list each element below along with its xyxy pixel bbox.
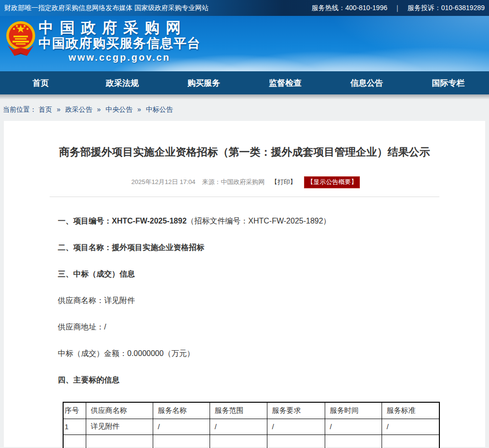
breadcrumb-item-home[interactable]: 首页: [39, 105, 52, 113]
breadcrumb-separator: »: [137, 105, 141, 113]
col-header-service-time: 服务时间: [325, 402, 382, 419]
project-number-bold: 一、项目编号：XHTC-FW-2025-1892: [58, 217, 186, 225]
supplier-address-line: 供应商地址：/: [58, 322, 439, 331]
cell-service-name: /: [153, 419, 210, 435]
breadcrumb-separator: »: [57, 105, 61, 113]
print-button[interactable]: 【打印】: [271, 178, 296, 185]
breadcrumb: 当前位置： 首页 » 政采公告 » 中央公告 » 中标公告: [0, 99, 489, 121]
nav-item-regulations[interactable]: 政采法规: [81, 71, 163, 94]
article-meta: 2025年12月12日 17:04 来源：中国政府采购网 【打印】 【显示公告概…: [4, 176, 485, 188]
breadcrumb-item-award-announcements[interactable]: 中标公告: [146, 105, 173, 113]
award-info-heading: 三、中标（成交）信息: [58, 269, 439, 278]
cell-supplier: [86, 435, 153, 448]
cell-serial: [63, 435, 86, 448]
service-complaint: 服务投诉：010-63819289: [408, 4, 485, 13]
project-name-line: 二、项目名称：援外项目实施企业资格招标: [58, 243, 439, 252]
site-name: 中国政府采购网: [39, 20, 200, 36]
cell-service-scope: [210, 435, 267, 448]
site-header-banner: 中国政府采购网 中国政府购买服务信息平台 www.ccgp.gov.cn: [0, 16, 489, 71]
cell-service-scope: /: [210, 419, 267, 435]
site-url: www.ccgp.gov.cn: [39, 52, 200, 63]
breadcrumb-item-central-announcements[interactable]: 中央公告: [106, 105, 132, 113]
col-header-service-standard: 服务标准: [382, 402, 439, 419]
page-title: 商务部援外项目实施企业资格招标（第一类：援外成套项目管理企业）结果公示: [23, 121, 466, 159]
table-row: [63, 435, 439, 448]
cell-service-time: [325, 435, 382, 448]
cell-service-standard: [382, 435, 439, 448]
cell-service-time: /: [325, 419, 382, 435]
col-header-serial: 序号: [63, 402, 86, 419]
nav-shadow-divider: [0, 94, 489, 99]
cell-supplier: 详见附件: [86, 419, 153, 435]
cell-service-standard: /: [382, 419, 439, 435]
site-slogan: 财政部唯一指定政府采购信息网络发布媒体 国家级政府采购专业网站: [4, 4, 209, 13]
main-navigation: 首页 政采法规 购买服务 监督检查 信息公告 国际专栏: [0, 71, 489, 94]
col-header-service-name: 服务名称: [153, 402, 210, 419]
supplier-name-line: 供应商名称：详见附件: [58, 296, 439, 305]
cell-service-requirement: /: [267, 419, 325, 435]
publish-datetime: 2025年12月12日 17:04: [132, 178, 196, 185]
nav-item-home[interactable]: 首页: [0, 71, 81, 94]
col-header-service-scope: 服务范围: [210, 402, 267, 419]
nav-item-international[interactable]: 国际专栏: [408, 71, 489, 94]
article-source: 来源：中国政府采购网: [202, 178, 264, 185]
nav-item-purchase-services[interactable]: 购买服务: [163, 71, 244, 94]
cell-service-requirement: [267, 435, 325, 448]
bid-doc-number: （招标文件编号：XHTC-FW-2025-1892）: [186, 217, 330, 225]
award-detail-table: 序号 供应商名称 服务名称 服务范围 服务要求 服务时间 服务标准 1 详见附件…: [63, 402, 440, 448]
article-content: 商务部援外项目实施企业资格招标（第一类：援外成套项目管理企业）结果公示 2025…: [4, 121, 485, 447]
topbar-divider: ｜: [394, 4, 401, 13]
nav-item-announcements[interactable]: 信息公告: [326, 71, 408, 94]
project-number-line: 一、项目编号：XHTC-FW-2025-1892（招标文件编号：XHTC-FW-…: [58, 216, 439, 225]
table-header-row: 序号 供应商名称 服务名称 服务范围 服务要求 服务时间 服务标准: [63, 402, 439, 419]
site-brand: 中国政府采购网 中国政府购买服务信息平台 www.ccgp.gov.cn: [39, 20, 200, 63]
announcement-body: 一、项目编号：XHTC-FW-2025-1892（招标文件编号：XHTC-FW-…: [4, 197, 485, 384]
national-emblem-icon: [6, 18, 36, 64]
col-header-supplier: 供应商名称: [86, 402, 153, 419]
show-summary-button[interactable]: 【显示公告概要】: [304, 176, 360, 188]
service-hotline: 服务热线：400-810-1996: [312, 4, 387, 13]
breadcrumb-item-procurement-announcements[interactable]: 政采公告: [65, 105, 92, 113]
nav-item-supervision[interactable]: 监督检查: [245, 71, 326, 94]
top-utility-bar: 财政部唯一指定政府采购信息网络发布媒体 国家级政府采购专业网站 服务热线：400…: [0, 0, 489, 16]
award-amount-line: 中标（成交）金额：0.0000000（万元）: [58, 349, 439, 358]
table-row: 1 详见附件 / / / / /: [63, 419, 439, 435]
breadcrumb-label: 当前位置：: [3, 105, 37, 113]
col-header-service-requirement: 服务要求: [267, 402, 325, 419]
platform-name: 中国政府购买服务信息平台: [39, 37, 200, 51]
cell-serial: 1: [63, 419, 86, 435]
cell-service-name: [153, 435, 210, 448]
breadcrumb-separator: »: [97, 105, 101, 113]
main-subject-heading: 四、主要标的信息: [58, 375, 439, 384]
